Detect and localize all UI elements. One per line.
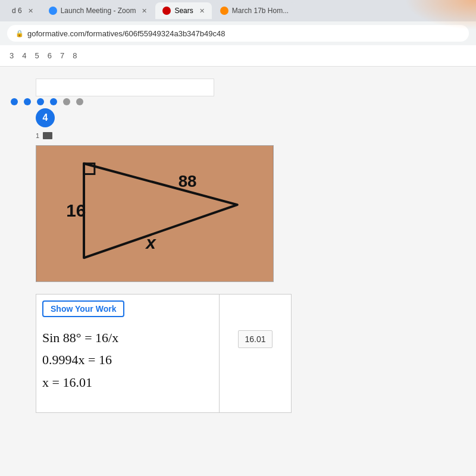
lock-icon: 🔒 [15,30,24,37]
work-line-1: Sin 88° = 16/x [42,327,213,349]
work-line-3: x = 16.01 [42,371,213,393]
march-favicon [220,7,228,15]
work-section: Show Your Work Sin 88° = 16/x 0.9994x = … [36,294,292,413]
nav-dots-row: 3 4 5 6 7 8 [0,45,476,67]
question-points: 1 [36,132,39,139]
tab-close-sears[interactable]: ✕ [199,7,205,15]
question-type-icon [43,132,52,139]
zoom-favicon [49,7,57,15]
tab-march[interactable]: March 17b Hom... [213,2,296,19]
tab-label-sears: Sears [174,7,193,15]
question-number: 4 [43,112,48,123]
answer-box[interactable]: 16.01 [238,330,272,348]
browser-chrome: d 6 ✕ Launch Meeting - Zoom ✕ Sears ✕ Ma… [0,0,476,67]
work-left-panel: Show Your Work Sin 88° = 16/x 0.9994x = … [36,295,220,412]
tab-close-zoom[interactable]: ✕ [142,7,147,15]
triangle-svg: 16 88 x [36,146,273,281]
content-area: 4 1 16 88 x Show Your Work Sin [0,67,476,476]
nav-num-5[interactable]: 5 [35,51,39,60]
nav-dot-4[interactable] [50,98,57,105]
nav-dot-5[interactable] [63,98,70,105]
sears-favicon [162,7,171,15]
address-text: goformative.com/formatives/606f55949324a… [27,29,225,38]
address-bar[interactable]: 🔒 goformative.com/formatives/606f5594932… [7,25,469,42]
handwritten-work: Sin 88° = 16/x 0.9994x = 16 x = 16.01 [42,324,213,396]
triangle-image: 16 88 x [36,145,274,282]
address-bar-row: 🔒 goformative.com/formatives/606f5594932… [0,21,476,45]
question-badge: 4 [36,108,55,127]
svg-text:x: x [145,233,156,252]
top-input-box[interactable] [36,79,214,96]
nav-num-8[interactable]: 8 [73,51,77,60]
tab-d6[interactable]: d 6 ✕ [5,2,40,19]
svg-text:16: 16 [66,201,86,220]
nav-dot-3[interactable] [37,98,44,105]
nav-num-7[interactable]: 7 [60,51,64,60]
tab-label: d 6 [12,7,22,15]
nav-num-3[interactable]: 3 [10,51,14,60]
tab-label-march: March 17b Hom... [232,7,289,15]
nav-num-6[interactable]: 6 [48,51,52,60]
tab-close-d6[interactable]: ✕ [28,7,33,15]
nav-dot-1[interactable] [11,98,18,105]
work-right-panel: 16.01 [220,295,291,412]
nav-dot-6[interactable] [76,98,83,105]
tab-sears[interactable]: Sears ✕ [155,2,211,19]
tab-bar: d 6 ✕ Launch Meeting - Zoom ✕ Sears ✕ Ma… [0,0,476,21]
nav-num-4[interactable]: 4 [22,51,26,60]
question-meta: 1 [36,132,476,139]
tab-label-zoom: Launch Meeting - Zoom [61,7,136,15]
nav-dot-2[interactable] [24,98,31,105]
show-your-work-button[interactable]: Show Your Work [42,300,124,317]
tab-zoom[interactable]: Launch Meeting - Zoom ✕ [42,2,155,19]
work-line-2: 0.9994x = 16 [42,349,213,371]
svg-text:88: 88 [178,172,197,190]
